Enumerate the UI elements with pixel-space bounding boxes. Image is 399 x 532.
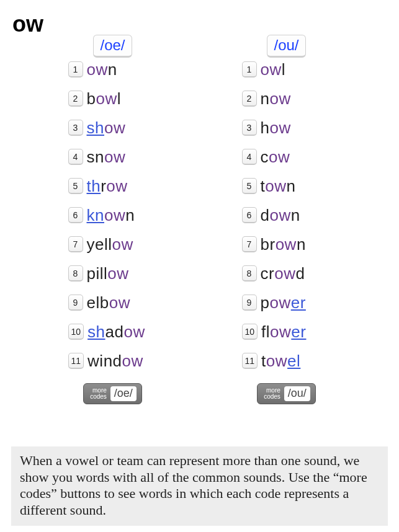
word-segment: d [261, 206, 270, 224]
word-segment: ow [104, 206, 125, 224]
word-row: 3show [51, 120, 126, 136]
word-number-badge[interactable]: 7 [68, 236, 83, 252]
word-number-badge[interactable]: 8 [242, 265, 257, 282]
word-number-badge[interactable]: 10 [242, 324, 258, 340]
word-segment: ow [270, 322, 291, 341]
word-segment[interactable]: kn [87, 206, 104, 224]
word-number-badge[interactable]: 6 [68, 207, 83, 223]
word-segment: h [261, 118, 270, 137]
word-segment: ow [106, 177, 127, 195]
word-segment: ow [269, 293, 290, 312]
word-segment[interactable]: er [291, 293, 306, 312]
word-segment: n [108, 60, 117, 79]
word-segment: ow [104, 148, 125, 166]
word-text: snow [87, 149, 126, 165]
word-segment: ow [107, 264, 128, 283]
word-text: down [261, 207, 300, 223]
word-number-badge[interactable]: 11 [68, 353, 84, 369]
word-segment: ow [109, 293, 130, 312]
word-row: 5town [225, 178, 296, 194]
word-number-badge[interactable]: 5 [242, 178, 257, 194]
phoneme-header[interactable]: /ou/ [267, 35, 305, 58]
word-number-badge[interactable]: 5 [68, 178, 83, 194]
word-segment: l [282, 60, 285, 79]
word-number-badge[interactable]: 1 [242, 61, 257, 78]
word-row: 1own [51, 61, 117, 78]
word-number-badge[interactable]: 8 [68, 265, 83, 282]
word-text: window [87, 353, 143, 369]
word-text: crowd [261, 265, 305, 282]
word-text: how [261, 120, 291, 136]
word-text: flower [261, 324, 306, 340]
word-text: cow [261, 149, 290, 165]
word-row: 10flower [225, 324, 307, 340]
word-segment: ow [96, 89, 117, 108]
word-segment: n [286, 177, 295, 195]
word-number-badge[interactable]: 4 [68, 149, 83, 165]
word-segment: yell [87, 235, 112, 254]
word-segment: ow [123, 322, 145, 341]
word-segment: sn [87, 148, 104, 166]
word-number-badge[interactable]: 9 [242, 295, 257, 311]
word-text: bowl [87, 91, 122, 107]
page-title: ow [12, 11, 43, 37]
word-segment: ow [87, 60, 108, 79]
word-row: 11window [51, 353, 143, 369]
word-row: 9power [225, 295, 306, 311]
word-segment: ow [274, 264, 295, 283]
phoneme-header[interactable]: /oe/ [93, 35, 132, 58]
word-segment: ow [104, 118, 125, 137]
word-segment[interactable]: el [287, 352, 300, 370]
word-number-badge[interactable]: 6 [242, 207, 257, 223]
word-segment: wind [87, 352, 122, 370]
more-codes-label: morecodes [90, 388, 107, 400]
word-text: town [261, 178, 296, 194]
word-text: known [87, 207, 135, 223]
word-segment: ow [276, 235, 297, 254]
word-number-badge[interactable]: 3 [68, 120, 83, 136]
word-text: own [87, 61, 117, 78]
more-codes-phoneme: /oe/ [110, 386, 137, 401]
word-segment: ow [265, 177, 286, 195]
word-row: 7brown [225, 236, 306, 252]
word-segment: l [117, 89, 121, 108]
more-codes-phoneme: /ou/ [284, 386, 310, 401]
word-segment: b [87, 89, 96, 108]
word-segment[interactable]: th [87, 177, 101, 195]
word-segment: n [297, 235, 306, 254]
word-text: now [261, 91, 291, 107]
word-text: shadow [87, 324, 145, 340]
word-number-badge[interactable]: 4 [242, 149, 257, 165]
word-row: 10shadow [51, 324, 145, 340]
word-segment[interactable]: sh [87, 322, 105, 341]
word-text: yellow [87, 236, 133, 252]
word-number-badge[interactable]: 9 [68, 295, 83, 311]
word-row: 9elbow [51, 295, 130, 311]
word-row: 6known [51, 207, 135, 223]
word-row: 5throw [51, 178, 128, 194]
word-number-badge[interactable]: 11 [242, 353, 258, 369]
footer-note: When a vowel or team can represent more … [11, 446, 388, 526]
word-segment[interactable]: er [291, 322, 306, 341]
word-number-badge[interactable]: 7 [242, 236, 257, 252]
word-text: pillow [87, 265, 129, 282]
word-segment: p [261, 293, 270, 312]
word-segment: ow [269, 118, 290, 137]
word-number-badge[interactable]: 2 [242, 91, 257, 107]
word-text: elbow [87, 295, 130, 311]
word-number-badge[interactable]: 2 [68, 91, 83, 107]
more-codes-button[interactable]: morecodes/oe/ [83, 383, 142, 404]
word-segment: cr [261, 264, 275, 283]
word-number-badge[interactable]: 1 [68, 61, 83, 78]
more-codes-button[interactable]: morecodes/ou/ [257, 383, 316, 404]
word-segment[interactable]: sh [87, 118, 104, 137]
word-segment: ow [269, 148, 290, 166]
word-segment: n [291, 206, 300, 224]
word-row: 4snow [51, 149, 126, 165]
word-columns: /oe/1own2bowl3show4snow5throw6known7yell… [0, 0, 399, 404]
word-number-badge[interactable]: 3 [242, 120, 257, 136]
word-segment: c [261, 148, 269, 166]
word-row: 3how [225, 120, 291, 136]
word-number-badge[interactable]: 10 [68, 324, 84, 340]
word-row: 6down [225, 207, 300, 223]
